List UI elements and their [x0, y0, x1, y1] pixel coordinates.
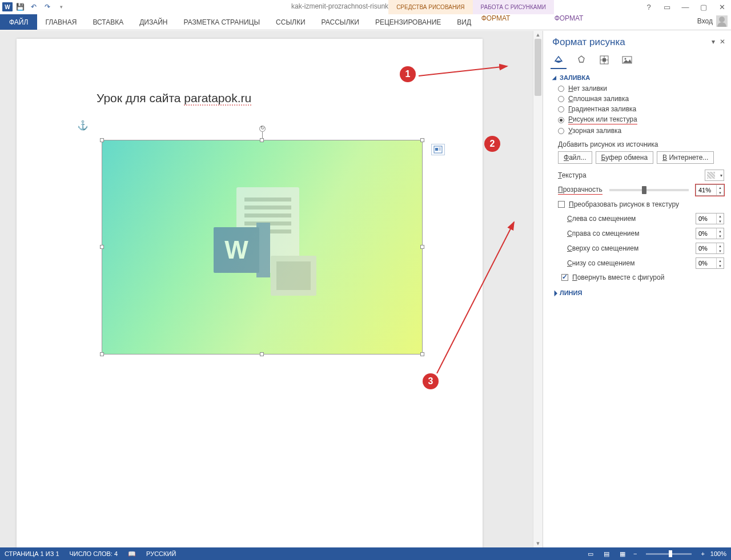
document-viewport: Урок для сайта paratapok.ru ⚓ W [0, 31, 533, 547]
maximize-icon[interactable]: ▢ [697, 1, 710, 13]
tab-pagelayout[interactable]: РАЗМЕТКА СТРАНИЦЫ [176, 14, 268, 30]
tab-file[interactable]: ФАЙЛ [0, 14, 37, 30]
rotate-handle[interactable] [259, 126, 266, 132]
tab-insert[interactable]: ВСТАВКА [85, 14, 131, 30]
radio-gradient-fill[interactable]: Градиентная заливка [558, 105, 724, 113]
insert-online-button[interactable]: В Интернете... [657, 151, 714, 164]
qat-customize-icon[interactable]: ▾ [55, 1, 67, 13]
transparency-slider[interactable] [609, 189, 689, 191]
save-icon[interactable]: 💾 [14, 1, 26, 13]
format-picture-pane: Формат рисунка ▾ ✕ ◢ ЗАЛИВКА Нет заливки [543, 31, 731, 547]
texture-dropdown[interactable] [705, 170, 724, 181]
ctx-tab-drawing: СРЕДСТВА РИСОВАНИЯ [388, 0, 472, 14]
view-read-icon[interactable]: ▭ [585, 549, 596, 558]
zoom-in-icon[interactable]: + [701, 550, 704, 557]
tile-label: Преобразовать рисунок в текстуру [569, 200, 679, 208]
transparency-value[interactable] [696, 187, 716, 194]
status-wordcount[interactable]: ЧИСЛО СЛОВ: 4 [70, 550, 118, 557]
tab-design[interactable]: ДИЗАЙН [131, 14, 175, 30]
zoom-level[interactable]: 100% [710, 550, 726, 557]
radio-no-fill[interactable]: Нет заливки [558, 84, 724, 92]
insert-from-label: Добавить рисунок из источника [558, 140, 724, 148]
fill-line-tab-icon[interactable] [552, 54, 565, 66]
ribbon-display-icon[interactable]: ▭ [660, 1, 674, 13]
selection-outline [102, 140, 423, 354]
slider-thumb[interactable] [642, 186, 646, 194]
redo-icon[interactable]: ↷ [41, 1, 54, 13]
rotate-with-shape-checkbox[interactable] [561, 274, 568, 281]
page-heading-text: Урок для сайта paratapok.ru [97, 91, 251, 106]
radio-pattern-fill[interactable]: Узорная заливка [558, 127, 724, 135]
undo-icon[interactable]: ↶ [27, 1, 40, 13]
offset-bottom-input[interactable]: ▲▼ [696, 257, 724, 269]
tab-format-picture[interactable]: ФОРМАТ [532, 14, 605, 22]
zoom-thumb[interactable] [669, 550, 672, 557]
layout-options-button[interactable] [431, 144, 445, 155]
resize-handle-tr[interactable] [420, 138, 424, 142]
word-logo-icon: W [2, 2, 13, 11]
resize-handle-lm[interactable] [100, 245, 104, 249]
transparency-input[interactable]: ▲▼ [696, 184, 724, 196]
help-icon[interactable]: ? [642, 1, 656, 13]
view-web-icon[interactable]: ▦ [617, 549, 628, 558]
zoom-slider[interactable] [646, 553, 692, 555]
tab-home[interactable]: ГЛАВНАЯ [37, 14, 85, 30]
radio-solid-fill[interactable]: Сплошная заливка [558, 95, 724, 103]
rotate-connector [262, 132, 263, 138]
tile-checkbox[interactable] [558, 201, 565, 208]
resize-handle-br[interactable] [420, 352, 424, 356]
close-icon[interactable]: ✕ [715, 1, 729, 13]
workspace: Урок для сайта paratapok.ru ⚓ W [0, 31, 731, 547]
annotation-1: 1 [400, 66, 416, 82]
texture-label: Текстура [558, 171, 587, 179]
section-line-header[interactable]: ◢ ЛИНИЯ [552, 289, 724, 296]
picture-tab-icon[interactable] [621, 54, 633, 66]
spin-down-icon[interactable]: ▼ [717, 190, 724, 195]
radio-picture-fill[interactable]: Рисунок или текстура [558, 115, 724, 124]
status-bar: СТРАНИЦА 1 ИЗ 1 ЧИСЛО СЛОВ: 4 📖 РУССКИЙ … [0, 547, 731, 560]
status-page[interactable]: СТРАНИЦА 1 ИЗ 1 [5, 550, 59, 557]
resize-handle-rm[interactable] [420, 245, 424, 249]
offset-left-input[interactable]: ▲▼ [696, 213, 724, 224]
section-fill-header[interactable]: ◢ ЗАЛИВКА [552, 74, 724, 81]
status-proofing-icon[interactable]: 📖 [128, 550, 136, 558]
tab-mailings[interactable]: РАССЫЛКИ [314, 14, 367, 30]
expand-icon: ◢ [551, 289, 557, 296]
document-page: Урок для сайта paratapok.ru ⚓ W [17, 39, 483, 547]
insert-file-button[interactable]: Файл... [558, 151, 592, 164]
tab-references[interactable]: ССЫЛКИ [268, 14, 313, 30]
ribbon-tabs: ФАЙЛ ГЛАВНАЯ ВСТАВКА ДИЗАЙН РАЗМЕТКА СТР… [0, 14, 731, 30]
pane-menu-icon[interactable]: ▾ [712, 38, 715, 46]
offset-top-input[interactable]: ▲▼ [696, 243, 724, 254]
page-heading-prefix: Урок для сайта [97, 91, 184, 104]
layout-tab-icon[interactable] [598, 54, 610, 66]
avatar-icon[interactable] [716, 15, 728, 27]
tab-format-drawing[interactable]: ФОРМАТ [459, 14, 532, 22]
ctx-tab-picture: РАБОТА С РИСУНКАМИ [473, 0, 554, 14]
scroll-down-icon[interactable]: ▼ [533, 539, 543, 547]
login-link[interactable]: Вход [697, 17, 713, 25]
view-print-icon[interactable]: ▤ [601, 549, 612, 558]
resize-handle-tl[interactable] [100, 138, 104, 142]
anchor-icon[interactable]: ⚓ [77, 120, 89, 131]
vertical-scrollbar[interactable]: ▲ ▼ [533, 31, 543, 547]
offset-right-input[interactable]: ▲▼ [696, 228, 724, 239]
selected-shape[interactable]: W [102, 140, 422, 354]
minimize-icon[interactable]: — [678, 1, 692, 13]
scroll-up-icon[interactable]: ▲ [533, 31, 543, 39]
collapse-icon: ◢ [552, 75, 556, 80]
status-language[interactable]: РУССКИЙ [146, 550, 176, 557]
svg-rect-1 [435, 148, 438, 151]
resize-handle-bl[interactable] [100, 352, 104, 356]
pane-close-icon[interactable]: ✕ [720, 38, 725, 46]
resize-handle-bm[interactable] [260, 352, 264, 356]
zoom-out-icon[interactable]: − [633, 550, 637, 557]
spin-up-icon[interactable]: ▲ [717, 185, 724, 190]
offset-top-label: Сверху со смещением [567, 244, 647, 252]
scroll-thumb[interactable] [535, 39, 541, 96]
resize-handle-tm[interactable] [260, 138, 264, 142]
section-line-label: ЛИНИЯ [560, 289, 582, 296]
tab-review[interactable]: РЕЦЕНЗИРОВАНИЕ [367, 14, 449, 30]
insert-clipboard-button[interactable]: Буфер обмена [596, 151, 654, 164]
effects-tab-icon[interactable] [575, 54, 588, 66]
